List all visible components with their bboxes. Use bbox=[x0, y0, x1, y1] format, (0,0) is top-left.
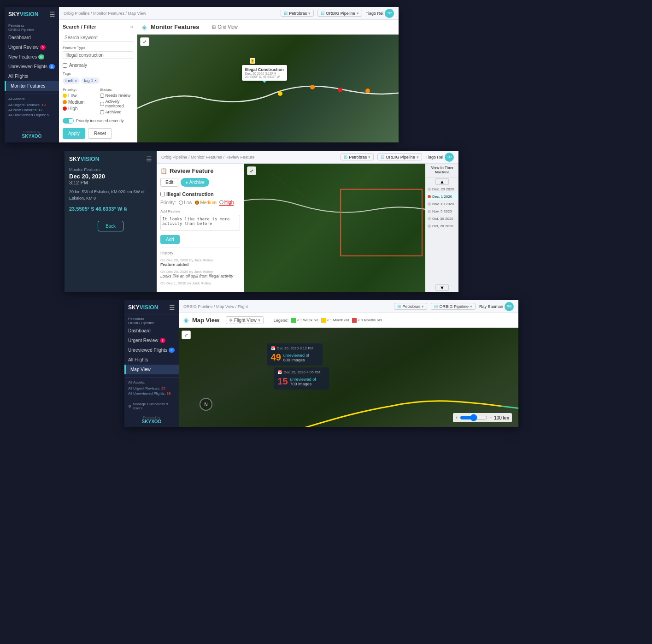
fp-num3-1: 15 bbox=[277, 376, 288, 387]
brand-petrobras3[interactable]: ⊞ Petrobras ▾ bbox=[394, 303, 427, 310]
brand-petrobras1[interactable]: ⊞ Petrobras ▾ bbox=[281, 10, 314, 17]
logo-area1: SKYVISION ☰ bbox=[5, 7, 59, 21]
sidebar3-map-view[interactable]: Map View bbox=[124, 365, 179, 374]
sidebar1-urgent-review[interactable]: Urgent Review 6 bbox=[5, 42, 59, 52]
client-name3: Petrobras bbox=[128, 317, 175, 321]
sidebar1-dashboard[interactable]: Dashboard bbox=[5, 33, 59, 42]
tm-item2-0[interactable]: Dec. 20 2020 bbox=[426, 186, 458, 193]
sidebar3-unreviewed[interactable]: Unreviewed Flights 2 bbox=[124, 345, 179, 355]
tm-item2-1[interactable]: Dec, 1 2020 bbox=[426, 193, 458, 201]
anomaly-check1[interactable] bbox=[63, 63, 67, 68]
copy-icon[interactable]: ⎘ bbox=[124, 207, 127, 212]
sidebar1-all-flights[interactable]: All Flights bbox=[5, 71, 59, 81]
priority-high1[interactable]: High bbox=[63, 106, 96, 111]
s2-menu-icon[interactable]: ☰ bbox=[146, 155, 152, 163]
add-btn2[interactable]: Add bbox=[160, 235, 180, 244]
radio-low2[interactable]: Low bbox=[179, 200, 192, 205]
brand-orbig1[interactable]: ⊟ ORBIG Pipeline ▾ bbox=[317, 10, 362, 17]
skyxoo1: SKYXOO bbox=[8, 134, 55, 139]
svg-line-0 bbox=[266, 170, 341, 221]
tm-up-btn2[interactable]: ▲ bbox=[435, 178, 449, 185]
actively-monitored-check1[interactable]: Actively monitored bbox=[100, 99, 134, 108]
search-input1[interactable] bbox=[63, 34, 133, 42]
radio-med2[interactable]: Medium bbox=[195, 200, 217, 205]
urgent-count1: 10 bbox=[41, 103, 46, 107]
fp-text3-0: unreviewed of 600 images bbox=[283, 353, 309, 362]
status-col1: Status: Needs review Actively monitored … bbox=[100, 88, 134, 114]
tm-down-btn2[interactable]: ▼ bbox=[435, 284, 449, 291]
review-actions2: Edit ● Archive bbox=[160, 178, 240, 187]
filter-panel1: Search / Filter » Feature Type Illegal c… bbox=[59, 20, 137, 142]
tm-item2-5[interactable]: Oct, 28 2020 bbox=[426, 223, 458, 230]
history-text2-0: Feature added bbox=[160, 262, 240, 267]
assets-title3: All Assets: bbox=[128, 380, 175, 384]
pipeline-name3: ORBIG Pipeline bbox=[128, 321, 175, 325]
priority-medium1[interactable]: Medium bbox=[63, 100, 96, 105]
brand-orbig3[interactable]: ⊟ ORBIG Pipeline ▾ bbox=[431, 303, 476, 310]
map-pin-yellow1 bbox=[278, 91, 282, 96]
fp-link3-1[interactable]: unreviewed of bbox=[290, 377, 316, 382]
back-btn2[interactable]: Back bbox=[98, 221, 123, 231]
brand-petrobras2[interactable]: ⊞ Petrobras ▾ bbox=[341, 154, 374, 160]
fullscreen-btn1[interactable]: ⤢ bbox=[140, 37, 149, 46]
s2-time: 3:12 PM bbox=[69, 180, 152, 185]
toggle-row1[interactable]: Priority increased recently bbox=[63, 118, 133, 124]
fp-link3-0[interactable]: unreviewed of bbox=[283, 353, 309, 358]
brand-orbig2[interactable]: ⊟ ORBIG Pipeline ▾ bbox=[377, 154, 422, 160]
new-count1: 12 bbox=[38, 108, 42, 112]
gear-icon3: ⚙ bbox=[128, 404, 131, 408]
sidebar3-all-flights[interactable]: All Flights bbox=[124, 355, 179, 365]
menu-icon3[interactable]: ☰ bbox=[169, 304, 175, 311]
map-pin-red1 bbox=[338, 88, 342, 92]
sidebar3-dashboard[interactable]: Dashboard bbox=[124, 326, 179, 336]
needs-review-check1[interactable]: Needs review bbox=[100, 93, 134, 98]
priority-label1: Priority: bbox=[63, 88, 96, 92]
review-header2: 📋 Review Feature bbox=[160, 167, 240, 174]
zoom-minus3[interactable]: − bbox=[489, 415, 492, 420]
toggle-sw1[interactable] bbox=[63, 118, 74, 124]
apply-btn1[interactable]: Apply bbox=[63, 128, 85, 139]
archive-toggle2[interactable]: ● Archive bbox=[181, 178, 209, 187]
sidebar1-unreviewed[interactable]: Unreviewed Flights 3 bbox=[5, 62, 59, 71]
grid-view-btn1[interactable]: ⊞ Grid View bbox=[212, 24, 237, 30]
sidebar1-monitor-features[interactable]: Monitor Features bbox=[5, 81, 59, 91]
skyxoo3: SKYXOO bbox=[128, 419, 175, 424]
tag-theft1[interactable]: theft × bbox=[63, 77, 80, 84]
zoom-slider3[interactable] bbox=[460, 414, 488, 421]
tm-item2-4[interactable]: Oct, 30 2020 bbox=[426, 215, 458, 223]
menu-icon1[interactable]: ☰ bbox=[49, 11, 55, 18]
tm-item2-2[interactable]: Nov. 10 2020 bbox=[426, 201, 458, 208]
unreviewed-badge1: 3 bbox=[49, 64, 54, 69]
asset-item-urgent3: All Urgent Reviews: 25 bbox=[128, 386, 175, 391]
feature-type-select1[interactable]: Illegal construction bbox=[63, 51, 133, 59]
avatar1: TR bbox=[385, 9, 394, 18]
filter-title1: Search / Filter bbox=[63, 24, 96, 30]
review-title2: 📋 Review Feature bbox=[160, 167, 213, 174]
urgent-badge3: 8 bbox=[160, 338, 165, 343]
radio-high2[interactable]: High bbox=[219, 200, 234, 206]
edit-btn2[interactable]: Edit bbox=[160, 178, 178, 187]
collapse-btn1[interactable]: » bbox=[130, 24, 133, 30]
popup-arrow1 bbox=[262, 81, 267, 83]
tag-tag11[interactable]: tag 1 × bbox=[81, 77, 100, 84]
feature-check2[interactable] bbox=[160, 192, 165, 196]
flight-view-btn3[interactable]: ✈ Flight View ▾ bbox=[226, 316, 264, 324]
fullscreen-btn3[interactable]: ⤢ bbox=[182, 331, 191, 339]
reset-btn1[interactable]: Reset bbox=[88, 128, 112, 139]
archived-check1[interactable]: Archived bbox=[100, 110, 134, 114]
priority-low1[interactable]: Low bbox=[63, 93, 96, 98]
leg-yellow-box3 bbox=[321, 318, 326, 323]
map-pin-illegal1: ! bbox=[250, 58, 255, 64]
tm-dot2-5 bbox=[428, 225, 431, 228]
assets-title1: All Assets: bbox=[8, 97, 55, 101]
sidebar1-new-features[interactable]: New Features 8 bbox=[5, 52, 59, 62]
manage-btn3[interactable]: ⚙ Manage Customers & Users bbox=[124, 399, 179, 413]
anomaly-checkbox1[interactable]: Anomaly bbox=[63, 63, 133, 68]
fullscreen-btn2[interactable]: ⤢ bbox=[247, 166, 256, 175]
sidebar3-urgent-review[interactable]: Urgent Review 8 bbox=[124, 336, 179, 345]
low-dot1 bbox=[63, 94, 67, 98]
leg-red-box3 bbox=[352, 318, 357, 323]
zoom-plus3[interactable]: + bbox=[456, 415, 458, 420]
review-textarea2[interactable]: It looks like there is more activity tha… bbox=[160, 215, 240, 230]
tm-item2-3[interactable]: Nov, 5 2020 bbox=[426, 208, 458, 215]
